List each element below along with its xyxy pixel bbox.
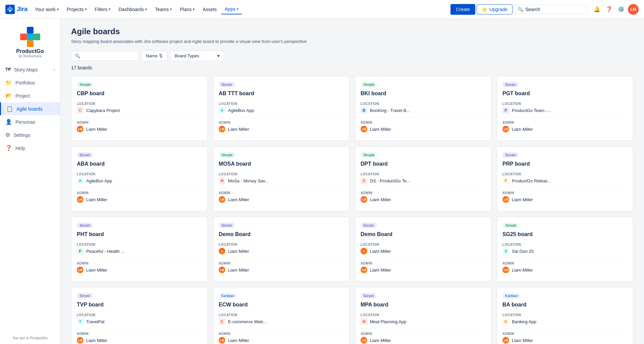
- location-text: E-commerce Web...: [228, 319, 267, 324]
- nav-assets[interactable]: Assets: [199, 5, 220, 14]
- jira-logo-text: Jira: [17, 6, 28, 13]
- jira-logo[interactable]: Jira: [5, 5, 28, 14]
- location-value: E E-commerce Web...: [219, 318, 344, 325]
- location-text: MoSa - Money Sav...: [228, 178, 268, 183]
- sort-button[interactable]: Name ⇅: [142, 51, 167, 61]
- nav-plans[interactable]: Plans ▾: [176, 5, 198, 14]
- board-card[interactable]: Kanban BA board LOCATION B Banking App A…: [497, 287, 633, 344]
- location-value: L Liam Miller: [361, 248, 486, 254]
- board-card[interactable]: Kanban ECW board LOCATION E E-commerce W…: [213, 287, 350, 344]
- admin-label: ADMIN: [502, 121, 628, 124]
- board-card[interactable]: Simple DPT board LOCATION D DS - Product…: [355, 146, 491, 211]
- board-badge: Kanban: [502, 293, 521, 298]
- sidebar-logo: ProductGo by DevSamurai: [0, 24, 60, 63]
- board-card[interactable]: Simple CBP board LOCATION C Capybara Pro…: [71, 76, 208, 141]
- board-location: LOCATION D DS - ProductGo Te...: [361, 172, 486, 184]
- board-name: PHT board: [77, 231, 202, 237]
- location-value: S Sai Gon 25: [502, 248, 628, 254]
- story-maps-icon: 🗺: [5, 67, 11, 73]
- chevron-down-icon: ▾: [85, 7, 87, 11]
- nav-dashboards[interactable]: Dashboards ▾: [115, 5, 150, 14]
- admin-value: LM Liam Miller: [361, 337, 486, 344]
- admin-avatar: LM: [502, 337, 509, 344]
- board-card[interactable]: Simple SG25 board LOCATION S Sai Gon 25 …: [497, 217, 633, 282]
- location-label: LOCATION: [77, 172, 202, 176]
- board-card[interactable]: Scrum AB TTT board LOCATION A AgileBox A…: [213, 76, 350, 141]
- upgrade-button[interactable]: ⭐ Upgrade: [477, 4, 513, 14]
- sidebar-item-story-maps[interactable]: 🗺 Story Maps ›: [0, 63, 60, 76]
- board-card[interactable]: Scrum TVP board LOCATION T TravelPal ADM…: [71, 287, 208, 344]
- admin-value: LM Liam Miller: [219, 196, 344, 203]
- search-box[interactable]: 🔍: [514, 5, 588, 14]
- svg-rect-2: [27, 27, 34, 34]
- board-location: LOCATION B BooKing - Travel B...: [361, 102, 486, 114]
- location-avatar: L: [361, 248, 367, 254]
- board-badge: Scrum: [502, 82, 519, 87]
- user-avatar[interactable]: LM: [628, 4, 639, 15]
- notifications-button[interactable]: 🔔: [592, 4, 602, 15]
- board-search-box[interactable]: 🔍: [71, 51, 138, 61]
- board-card[interactable]: Scrum Demo Board LOCATION L Liam Miller …: [355, 217, 491, 282]
- admin-avatar: LM: [361, 267, 367, 273]
- chevron-down-icon: ▾: [237, 7, 238, 11]
- project-icon: P: [77, 248, 84, 254]
- sidebar-item-settings[interactable]: ⚙ Settings: [0, 128, 60, 141]
- svg-rect-3: [27, 34, 34, 40]
- sidebar-item-project[interactable]: 📂 Project: [0, 89, 60, 102]
- board-card[interactable]: Scrum MPA board LOCATION M Meal Planning…: [355, 287, 491, 344]
- board-search-input[interactable]: [82, 53, 122, 58]
- board-name: Demo Board: [361, 231, 486, 237]
- nav-apps[interactable]: Apps ▾: [221, 4, 242, 14]
- nav-teams[interactable]: Teams ▾: [152, 5, 175, 14]
- board-location: LOCATION T TravelPal: [77, 313, 202, 325]
- project-icon: S: [502, 248, 509, 254]
- admin-label: ADMIN: [219, 191, 344, 195]
- board-card[interactable]: Simple MOSA board LOCATION M MoSa - Mone…: [213, 146, 350, 211]
- sort-icon: ⇅: [159, 53, 163, 58]
- help-button[interactable]: ❓: [604, 4, 614, 15]
- admin-value: LM Liam Miller: [502, 196, 628, 203]
- board-type-dropdown[interactable]: Board Types ▾: [170, 51, 224, 61]
- nav-filters[interactable]: Filters ▾: [91, 5, 114, 14]
- board-card[interactable]: Scrum Demo Board LOCATION L Liam Miller …: [213, 217, 350, 282]
- sidebar-item-personas[interactable]: 👤 Personas: [0, 115, 60, 128]
- project-icon: P: [502, 177, 509, 184]
- board-card[interactable]: Simple BKI board LOCATION B BooKing - Tr…: [355, 76, 491, 141]
- location-value: M Meal Planning App: [361, 318, 486, 325]
- svg-rect-4: [34, 34, 40, 40]
- board-card[interactable]: Scrum PRP board LOCATION P ProductGo Rel…: [497, 146, 633, 211]
- sidebar-item-agile-boards[interactable]: 📋 Agile boards: [0, 102, 60, 115]
- settings-button[interactable]: ⚙️: [616, 4, 627, 15]
- page-title: Agile boards: [71, 27, 633, 36]
- board-card[interactable]: Scrum PHT board LOCATION P Peaceful - He…: [71, 217, 208, 282]
- nav-your-work[interactable]: Your work ▾: [32, 5, 62, 14]
- board-card[interactable]: Scrum PGT board LOCATION P ProductGo Tea…: [497, 76, 633, 141]
- admin-label: ADMIN: [219, 262, 344, 265]
- admin-label: ADMIN: [502, 262, 628, 265]
- admin-text: Liam Miller: [228, 197, 249, 202]
- admin-avatar: LM: [361, 126, 367, 132]
- board-admin: ADMIN LM Liam Miller: [361, 191, 486, 203]
- board-admin: ADMIN LM Liam Miller: [77, 191, 202, 203]
- board-location: LOCATION M MoSa - Money Sav...: [219, 172, 344, 184]
- admin-value: LM Liam Miller: [77, 267, 202, 273]
- location-label: LOCATION: [77, 102, 202, 106]
- nav-projects[interactable]: Projects ▾: [63, 5, 90, 14]
- location-label: LOCATION: [361, 313, 486, 317]
- create-button[interactable]: Create: [450, 4, 475, 15]
- personas-icon: 👤: [5, 119, 12, 125]
- admin-label: ADMIN: [361, 191, 486, 195]
- admin-value: LM Liam Miller: [502, 267, 628, 273]
- board-name: PRP board: [502, 161, 628, 167]
- search-input[interactable]: [525, 7, 579, 12]
- board-name: Demo Board: [219, 231, 344, 237]
- sidebar-item-help[interactable]: ❓ Help: [0, 141, 60, 155]
- location-value: C Capybara Project: [77, 107, 202, 114]
- board-card[interactable]: Scrum ABA board LOCATION A AgileBox App …: [71, 146, 208, 211]
- chevron-down-icon: ▾: [109, 7, 110, 11]
- admin-text: Liam Miller: [512, 338, 533, 343]
- admin-label: ADMIN: [361, 262, 486, 265]
- sidebar-item-portfolios[interactable]: 📁 Portfolios: [0, 76, 60, 89]
- admin-text: Liam Miller: [228, 127, 249, 132]
- admin-text: Liam Miller: [86, 268, 107, 273]
